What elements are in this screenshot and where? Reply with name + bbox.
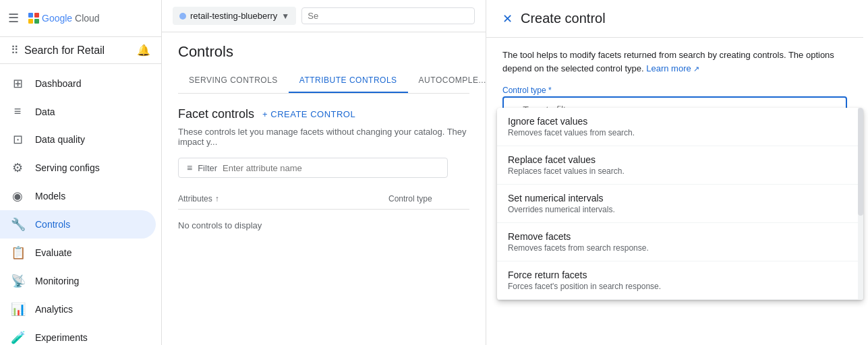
dashboard-icon: ⊞ [11, 76, 24, 91]
col-attributes: Attributes ↑ [178, 194, 388, 203]
panel-header: ✕ Create control [486, 0, 863, 38]
dropdown-item-title: Remove facets [508, 231, 852, 242]
dropdown-item-desc: Overrides numerical intervals. [508, 205, 852, 214]
top-bar: retail-testing-blueberry ▼ [162, 0, 486, 32]
sidebar-item-monitoring[interactable]: 📡 Monitoring [0, 267, 156, 295]
right-panel: ✕ Create control The tool helps to modif… [486, 0, 863, 345]
scrollbar-track [858, 108, 863, 300]
page-title: Controls [178, 43, 469, 61]
dropdown-item-title: Force return facets [508, 270, 852, 280]
serving-configs-icon: ⚙ [11, 160, 24, 175]
dropdown-item-ignore-facet[interactable]: Ignore facet values Removes facet values… [497, 108, 863, 146]
google-cloud-icon [28, 13, 39, 24]
create-btn-label: + CREATE CONTROL [262, 109, 355, 119]
project-dot [179, 13, 186, 20]
dropdown-item-replace-facet[interactable]: Replace facet values Replaces facet valu… [497, 146, 863, 185]
dropdown-item-remove-facets[interactable]: Remove facets Removes facets from search… [497, 223, 863, 261]
sidebar-item-label: Analytics [35, 304, 73, 315]
chevron-down-icon: ▼ [281, 11, 289, 21]
dropdown-item-force-return[interactable]: Force return facets Forces facet's posit… [497, 261, 863, 300]
learn-more-link[interactable]: Learn more ↗ [646, 63, 699, 73]
sidebar: ☰ Google Cloud ⠿ Search for Retail 🔔 ⊞ D… [0, 0, 162, 345]
sidebar-item-data-quality[interactable]: ⊡ Data quality [0, 125, 156, 154]
data-icon: ≡ [11, 104, 24, 119]
evaluate-icon: 📋 [11, 245, 24, 260]
experiments-icon: 🧪 [11, 330, 24, 345]
panel-body: The tool helps to modify facets returned… [486, 38, 863, 345]
sidebar-item-label: Data quality [35, 134, 85, 145]
sidebar-product: ⠿ Search for Retail 🔔 [0, 37, 161, 64]
product-dots-icon: ⠿ [11, 44, 19, 57]
external-link-icon: ↗ [693, 65, 699, 73]
sidebar-item-label: Models [35, 191, 65, 201]
sidebar-item-label: Dashboard [35, 78, 82, 89]
monitoring-icon: 📡 [11, 274, 24, 288]
sidebar-item-evaluate[interactable]: 📋 Evaluate [0, 239, 156, 267]
sidebar-item-label: Monitoring [35, 276, 79, 286]
scrollbar-thumb[interactable] [858, 108, 863, 216]
section-header: Facet controls + CREATE CONTROL [178, 107, 469, 121]
notification-bell-icon[interactable]: 🔔 [137, 44, 150, 57]
sidebar-header: ☰ Google Cloud [0, 0, 161, 37]
tab-autocomplete[interactable]: AUTOCOMPLE... [408, 69, 486, 93]
sidebar-item-label: Serving configs [35, 162, 100, 173]
sidebar-item-label: Evaluate [35, 247, 71, 258]
sidebar-item-dashboard[interactable]: ⊞ Dashboard [0, 69, 156, 98]
sidebar-item-label: Data [35, 106, 55, 117]
empty-message: No controls to display [178, 210, 469, 241]
sidebar-item-label: Experiments [35, 332, 88, 343]
content-body: Facet controls + CREATE CONTROL These co… [162, 94, 486, 345]
project-name: retail-testing-blueberry [190, 11, 277, 21]
hamburger-icon[interactable]: ☰ [5, 8, 22, 28]
filter-label: Filter [198, 163, 217, 173]
tabs: SERVING CONTROLS ATTRIBUTE CONTROLS AUTO… [178, 69, 469, 94]
sidebar-item-data[interactable]: ≡ Data [0, 98, 156, 125]
section-title: Facet controls [178, 107, 254, 121]
tab-serving-controls[interactable]: SERVING CONTROLS [178, 69, 289, 93]
dropdown-item-title: Set numerical intervals [508, 193, 852, 203]
project-selector[interactable]: retail-testing-blueberry ▼ [173, 7, 296, 25]
panel-description: The tool helps to modify facets returned… [502, 49, 847, 75]
page-header: Controls SERVING CONTROLS ATTRIBUTE CONT… [162, 32, 486, 94]
sidebar-item-analytics[interactable]: 📊 Analytics [0, 295, 156, 323]
analytics-icon: 📊 [11, 302, 24, 317]
sidebar-item-controls[interactable]: 🔧 Controls [0, 210, 156, 239]
search-input[interactable] [308, 11, 348, 21]
google-cloud-text: Google Cloud [42, 13, 100, 24]
dropdown-item-desc: Removes facets from search response. [508, 243, 852, 253]
dropdown-item-set-numerical[interactable]: Set numerical intervals Overrides numeri… [497, 185, 863, 223]
section-desc: These controls let you manage facets wit… [178, 127, 469, 147]
filter-icon: ≡ [187, 162, 192, 173]
tab-attribute-controls[interactable]: ATTRIBUTE CONTROLS [289, 69, 408, 93]
close-icon[interactable]: ✕ [502, 11, 513, 26]
table-header: Attributes ↑ Control type [178, 189, 469, 210]
sidebar-nav: ⊞ Dashboard ≡ Data ⊡ Data quality ⚙ Serv… [0, 64, 161, 345]
dropdown-item-desc: Removes facet values from search. [508, 128, 852, 137]
sidebar-item-models[interactable]: ◉ Models [0, 182, 156, 210]
sidebar-item-serving-configs[interactable]: ⚙ Serving configs [0, 154, 156, 182]
sidebar-item-experiments[interactable]: 🧪 Experiments [0, 323, 156, 345]
dropdown-item-title: Ignore facet values [508, 116, 852, 127]
create-control-button[interactable]: + CREATE CONTROL [262, 109, 355, 119]
models-icon: ◉ [11, 189, 24, 203]
controls-icon: 🔧 [11, 217, 24, 232]
control-type-dropdown: Ignore facet values Removes facet values… [497, 108, 863, 300]
data-quality-icon: ⊡ [11, 132, 24, 147]
google-cloud-logo: Google Cloud [28, 13, 100, 24]
search-bar[interactable] [301, 7, 475, 24]
main-content: retail-testing-blueberry ▼ Controls SERV… [162, 0, 486, 345]
control-type-label: Control type * [502, 86, 847, 95]
attribute-filter[interactable]: ≡ Filter [178, 158, 448, 178]
panel-title: Create control [521, 11, 606, 26]
dropdown-item-title: Replace facet values [508, 154, 852, 165]
col-control-type: Control type [388, 194, 469, 203]
dropdown-item-desc: Forces facet's position in search respon… [508, 282, 852, 291]
dropdown-item-desc: Replaces facet values in search. [508, 166, 852, 176]
product-name: Search for Retail [24, 44, 132, 57]
sidebar-item-label: Controls [35, 219, 70, 230]
sort-icon[interactable]: ↑ [215, 194, 219, 203]
attribute-filter-input[interactable] [223, 163, 357, 173]
